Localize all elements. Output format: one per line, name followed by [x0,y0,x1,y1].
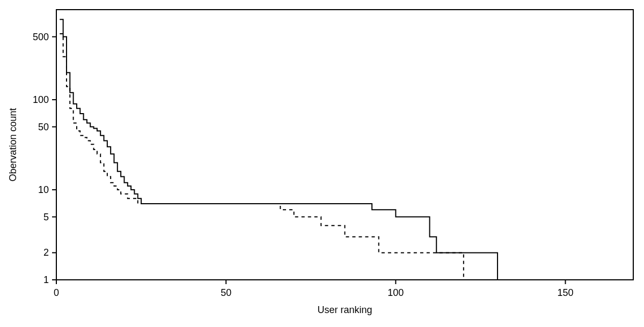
y-axis-ticks: 1251050100500 [33,32,56,285]
plot-area-border [56,10,633,280]
y-tick-label: 10 [38,184,49,195]
y-tick-label: 50 [38,122,49,132]
x-tick-label: 100 [387,287,404,298]
y-axis-label: Obervation count [8,108,18,181]
x-axis-ticks: 050100150 [54,280,574,298]
y-tick-label: 500 [33,32,49,42]
x-tick-label: 0 [54,287,59,298]
y-tick-label: 2 [43,247,49,258]
y-tick-label: 5 [43,212,49,222]
series-solid [60,19,633,280]
x-tick-label: 150 [558,287,574,298]
y-tick-label: 100 [33,94,49,105]
chart-container: 050100150 1251050100500 User ranking Obe… [0,0,644,327]
x-axis-label: User ranking [317,304,372,315]
series-dashed [60,34,480,280]
chart-svg: 050100150 1251050100500 User ranking Obe… [0,0,644,327]
x-tick-label: 50 [221,287,231,298]
y-tick-label: 1 [43,274,49,285]
